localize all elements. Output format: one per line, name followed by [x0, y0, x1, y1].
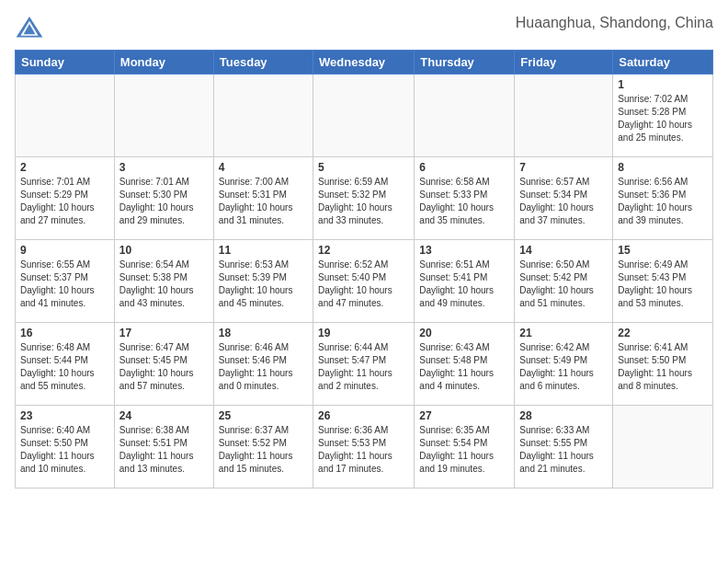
day-info: Sunrise: 6:52 AM Sunset: 5:40 PM Dayligh…	[318, 259, 409, 310]
page-header: Huaanghua, Shandong, China	[15, 15, 713, 40]
day-info: Sunrise: 6:42 AM Sunset: 5:49 PM Dayligh…	[519, 341, 608, 393]
calendar-cell: 4Sunrise: 7:00 AM Sunset: 5:31 PM Daylig…	[213, 157, 313, 240]
day-info: Sunrise: 7:00 AM Sunset: 5:31 PM Dayligh…	[219, 176, 308, 227]
col-header-saturday: Saturday	[613, 51, 713, 75]
day-info: Sunrise: 6:58 AM Sunset: 5:33 PM Dayligh…	[419, 176, 509, 227]
calendar-cell: 27Sunrise: 6:35 AM Sunset: 5:54 PM Dayli…	[415, 406, 515, 488]
calendar-cell: 21Sunrise: 6:42 AM Sunset: 5:49 PM Dayli…	[515, 323, 613, 406]
calendar-cell: 15Sunrise: 6:49 AM Sunset: 5:43 PM Dayli…	[613, 240, 713, 323]
day-number: 21	[519, 327, 608, 339]
day-number: 12	[318, 244, 409, 257]
day-number: 2	[20, 161, 109, 174]
day-number: 17	[119, 327, 209, 339]
calendar-cell: 20Sunrise: 6:43 AM Sunset: 5:48 PM Dayli…	[415, 323, 515, 406]
calendar-cell: 9Sunrise: 6:55 AM Sunset: 5:37 PM Daylig…	[16, 240, 115, 323]
day-info: Sunrise: 6:46 AM Sunset: 5:46 PM Dayligh…	[219, 341, 308, 393]
day-number: 16	[20, 327, 109, 339]
calendar-week-2: 9Sunrise: 6:55 AM Sunset: 5:37 PM Daylig…	[16, 240, 713, 323]
day-info: Sunrise: 6:57 AM Sunset: 5:34 PM Dayligh…	[519, 176, 608, 227]
day-info: Sunrise: 6:49 AM Sunset: 5:43 PM Dayligh…	[618, 259, 708, 310]
calendar-cell: 18Sunrise: 6:46 AM Sunset: 5:46 PM Dayli…	[213, 323, 313, 406]
calendar-cell: 13Sunrise: 6:51 AM Sunset: 5:41 PM Dayli…	[415, 240, 515, 323]
calendar-cell: 26Sunrise: 6:36 AM Sunset: 5:53 PM Dayli…	[313, 406, 415, 488]
day-number: 28	[519, 409, 608, 422]
day-info: Sunrise: 6:35 AM Sunset: 5:54 PM Dayligh…	[419, 424, 509, 476]
calendar-cell: 7Sunrise: 6:57 AM Sunset: 5:34 PM Daylig…	[515, 157, 613, 240]
calendar-cell: 10Sunrise: 6:54 AM Sunset: 5:38 PM Dayli…	[114, 240, 213, 323]
day-number: 5	[318, 161, 409, 174]
col-header-monday: Monday	[114, 51, 213, 75]
day-info: Sunrise: 6:55 AM Sunset: 5:37 PM Dayligh…	[20, 259, 109, 310]
calendar: SundayMondayTuesdayWednesdayThursdayFrid…	[15, 50, 713, 488]
calendar-cell: 28Sunrise: 6:33 AM Sunset: 5:55 PM Dayli…	[515, 406, 613, 488]
day-info: Sunrise: 6:50 AM Sunset: 5:42 PM Dayligh…	[519, 259, 608, 310]
day-number: 22	[618, 327, 708, 339]
col-header-wednesday: Wednesday	[313, 51, 415, 75]
day-info: Sunrise: 6:33 AM Sunset: 5:55 PM Dayligh…	[519, 424, 608, 476]
day-number: 11	[219, 244, 308, 257]
day-number: 26	[318, 409, 409, 422]
day-info: Sunrise: 6:54 AM Sunset: 5:38 PM Dayligh…	[119, 259, 209, 310]
calendar-cell: 8Sunrise: 6:56 AM Sunset: 5:36 PM Daylig…	[613, 157, 713, 240]
calendar-cell	[515, 75, 613, 157]
title-block: Huaanghua, Shandong, China	[516, 15, 713, 31]
calendar-cell: 12Sunrise: 6:52 AM Sunset: 5:40 PM Dayli…	[313, 240, 415, 323]
day-number: 3	[119, 161, 209, 174]
calendar-cell: 25Sunrise: 6:37 AM Sunset: 5:52 PM Dayli…	[213, 406, 313, 488]
day-number: 13	[419, 244, 509, 257]
day-number: 6	[419, 161, 509, 174]
col-header-sunday: Sunday	[16, 51, 115, 75]
calendar-cell: 16Sunrise: 6:48 AM Sunset: 5:44 PM Dayli…	[16, 323, 115, 406]
day-info: Sunrise: 6:44 AM Sunset: 5:47 PM Dayligh…	[318, 341, 409, 393]
day-info: Sunrise: 6:48 AM Sunset: 5:44 PM Dayligh…	[20, 341, 109, 393]
day-info: Sunrise: 6:47 AM Sunset: 5:45 PM Dayligh…	[119, 341, 209, 393]
day-info: Sunrise: 6:37 AM Sunset: 5:52 PM Dayligh…	[219, 424, 308, 476]
calendar-week-0: 1Sunrise: 7:02 AM Sunset: 5:28 PM Daylig…	[16, 75, 713, 157]
day-number: 10	[119, 244, 209, 257]
day-number: 25	[219, 409, 308, 422]
calendar-cell	[213, 75, 313, 157]
day-info: Sunrise: 6:59 AM Sunset: 5:32 PM Dayligh…	[318, 176, 409, 227]
calendar-cell: 19Sunrise: 6:44 AM Sunset: 5:47 PM Dayli…	[313, 323, 415, 406]
day-number: 8	[618, 161, 708, 174]
calendar-cell	[415, 75, 515, 157]
day-info: Sunrise: 6:53 AM Sunset: 5:39 PM Dayligh…	[219, 259, 308, 310]
day-number: 24	[119, 409, 209, 422]
calendar-cell	[313, 75, 415, 157]
calendar-cell: 5Sunrise: 6:59 AM Sunset: 5:32 PM Daylig…	[313, 157, 415, 240]
col-header-tuesday: Tuesday	[213, 51, 313, 75]
calendar-header-row: SundayMondayTuesdayWednesdayThursdayFrid…	[16, 51, 713, 75]
logo	[15, 15, 48, 40]
day-info: Sunrise: 7:01 AM Sunset: 5:30 PM Dayligh…	[119, 176, 209, 227]
calendar-cell: 3Sunrise: 7:01 AM Sunset: 5:30 PM Daylig…	[114, 157, 213, 240]
calendar-week-1: 2Sunrise: 7:01 AM Sunset: 5:29 PM Daylig…	[16, 157, 713, 240]
day-info: Sunrise: 6:38 AM Sunset: 5:51 PM Dayligh…	[119, 424, 209, 476]
day-info: Sunrise: 6:36 AM Sunset: 5:53 PM Dayligh…	[318, 424, 409, 476]
calendar-cell: 1Sunrise: 7:02 AM Sunset: 5:28 PM Daylig…	[613, 75, 713, 157]
calendar-cell: 23Sunrise: 6:40 AM Sunset: 5:50 PM Dayli…	[16, 406, 115, 488]
calendar-cell: 6Sunrise: 6:58 AM Sunset: 5:33 PM Daylig…	[415, 157, 515, 240]
calendar-cell: 24Sunrise: 6:38 AM Sunset: 5:51 PM Dayli…	[114, 406, 213, 488]
day-number: 14	[519, 244, 608, 257]
calendar-cell: 14Sunrise: 6:50 AM Sunset: 5:42 PM Dayli…	[515, 240, 613, 323]
calendar-cell: 17Sunrise: 6:47 AM Sunset: 5:45 PM Dayli…	[114, 323, 213, 406]
day-info: Sunrise: 6:51 AM Sunset: 5:41 PM Dayligh…	[419, 259, 509, 310]
col-header-thursday: Thursday	[415, 51, 515, 75]
calendar-cell: 22Sunrise: 6:41 AM Sunset: 5:50 PM Dayli…	[613, 323, 713, 406]
day-number: 20	[419, 327, 509, 339]
calendar-week-3: 16Sunrise: 6:48 AM Sunset: 5:44 PM Dayli…	[16, 323, 713, 406]
day-number: 27	[419, 409, 509, 422]
logo-icon	[15, 15, 44, 40]
day-info: Sunrise: 7:01 AM Sunset: 5:29 PM Dayligh…	[20, 176, 109, 227]
day-number: 4	[219, 161, 308, 174]
location: Huaanghua, Shandong, China	[516, 15, 713, 31]
day-number: 23	[20, 409, 109, 422]
calendar-cell	[613, 406, 713, 488]
calendar-cell	[16, 75, 115, 157]
day-info: Sunrise: 6:43 AM Sunset: 5:48 PM Dayligh…	[419, 341, 509, 393]
day-number: 19	[318, 327, 409, 339]
calendar-cell	[114, 75, 213, 157]
day-info: Sunrise: 6:41 AM Sunset: 5:50 PM Dayligh…	[618, 341, 708, 393]
day-info: Sunrise: 6:56 AM Sunset: 5:36 PM Dayligh…	[618, 176, 708, 227]
col-header-friday: Friday	[515, 51, 613, 75]
